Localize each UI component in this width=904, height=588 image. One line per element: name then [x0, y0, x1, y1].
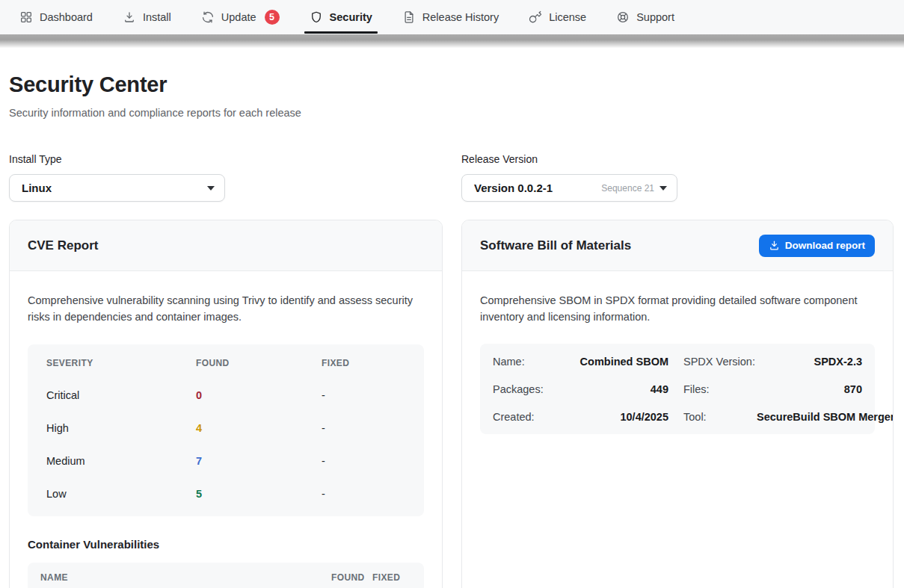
nav-item-support[interactable]: Support — [601, 0, 689, 34]
install-type-select[interactable]: Linux — [9, 174, 225, 202]
release-version-value: Version 0.0.2-1 — [474, 182, 601, 194]
nav-item-dashboard[interactable]: Dashboard — [4, 0, 108, 34]
sbom-spdx-version-label: SPDX Version: — [668, 356, 757, 368]
main-content: Security Center Security information and… — [0, 48, 904, 588]
nav-label: Install — [143, 11, 171, 23]
sbom-details-table: Name: Combined SBOM SPDX Version: SPDX-2… — [480, 344, 875, 434]
cve-report-card: CVE Report Comprehensive vulnerability s… — [9, 220, 443, 588]
nav-item-update[interactable]: Update 5 — [186, 0, 295, 34]
download-button-label: Download report — [785, 240, 865, 251]
install-type-value: Linux — [22, 182, 207, 194]
severity-name: Medium — [46, 455, 196, 467]
install-type-filter: Install Type Linux — [9, 153, 443, 202]
severity-row-critical: Critical 0 - — [28, 379, 424, 412]
security-shield-icon — [310, 10, 323, 24]
sbom-tool-value: SecureBuild SBOM Merger — [757, 411, 894, 423]
nav-item-license[interactable]: License — [514, 0, 601, 34]
sbom-row: Created: 10/4/2025 Tool: SecureBuild SBO… — [480, 403, 875, 430]
col-name: NAME — [40, 572, 331, 583]
nav-item-security[interactable]: Security — [295, 0, 387, 34]
nav-label: Support — [636, 11, 674, 23]
severity-fixed-count: - — [322, 389, 405, 401]
severity-found-count: 7 — [196, 455, 322, 467]
chevron-down-icon — [659, 186, 667, 191]
report-cards: CVE Report Comprehensive vulnerability s… — [9, 220, 894, 588]
sbom-created-value: 10/4/2025 — [562, 411, 668, 423]
severity-name: Low — [46, 488, 196, 500]
dashboard-icon — [19, 10, 33, 24]
cve-card-title: CVE Report — [28, 238, 98, 253]
license-key-icon — [529, 10, 542, 24]
release-sequence-label: Sequence 21 — [601, 183, 654, 194]
nav-label: Security — [330, 11, 372, 23]
severity-fixed-count: - — [322, 488, 405, 500]
col-severity: SEVERITY — [46, 358, 196, 368]
update-icon — [201, 10, 215, 24]
filters-row: Install Type Linux Release Version Versi… — [9, 153, 894, 202]
download-icon — [769, 240, 780, 251]
release-history-icon — [402, 10, 416, 24]
release-version-select[interactable]: Version 0.0.2-1 Sequence 21 — [461, 174, 677, 202]
sbom-spdx-version-value: SPDX-2.3 — [757, 356, 862, 368]
severity-found-count: 0 — [196, 389, 322, 401]
severity-row-high: High 4 - — [28, 412, 424, 445]
severity-found-count: 5 — [196, 488, 322, 500]
col-found: FOUND — [196, 358, 322, 368]
sbom-packages-label: Packages: — [493, 383, 562, 395]
container-vulnerabilities-table-header: NAME FOUND FIXED — [28, 563, 424, 588]
sbom-created-label: Created: — [493, 411, 562, 423]
severity-name: High — [46, 422, 196, 434]
sbom-card-header: Software Bill of Materials Download repo… — [462, 220, 893, 271]
support-lifebuoy-icon — [616, 10, 630, 24]
page-subtitle: Security information and compliance repo… — [9, 107, 894, 119]
sbom-tool-label: Tool: — [668, 411, 757, 423]
cve-description: Comprehensive vulnerability scanning usi… — [28, 293, 420, 325]
security-center-page: Dashboard Install Update 5 Security — [0, 0, 904, 588]
severity-row-medium: Medium 7 - — [28, 445, 424, 477]
nav-item-install[interactable]: Install — [108, 0, 186, 34]
sbom-card-title: Software Bill of Materials — [480, 238, 631, 253]
install-icon — [123, 10, 136, 24]
top-navigation: Dashboard Install Update 5 Security — [0, 0, 904, 34]
cve-card-body: Comprehensive vulnerability scanning usi… — [10, 271, 442, 588]
nav-label: Dashboard — [40, 11, 93, 23]
col-fixed: FIXED — [322, 358, 405, 368]
release-version-filter: Release Version Version 0.0.2-1 Sequence… — [461, 153, 894, 202]
sbom-name-value: Combined SBOM — [562, 356, 668, 368]
update-count-badge: 5 — [265, 10, 280, 25]
nav-label: License — [549, 11, 586, 23]
nav-item-release-history[interactable]: Release History — [387, 0, 514, 34]
col-fixed: FIXED — [372, 572, 411, 583]
header-shadow-strip — [0, 34, 904, 48]
severity-table-header: SEVERITY FOUND FIXED — [28, 347, 424, 379]
sbom-name-label: Name: — [493, 356, 562, 368]
nav-label: Release History — [422, 11, 499, 23]
page-title: Security Center — [9, 72, 894, 97]
severity-fixed-count: - — [322, 455, 405, 467]
sbom-description: Comprehensive SBOM in SPDX format provid… — [480, 293, 873, 325]
cve-card-header: CVE Report — [10, 220, 442, 271]
sbom-files-value: 870 — [757, 383, 862, 395]
sbom-files-label: Files: — [668, 383, 757, 395]
sbom-packages-value: 449 — [562, 383, 668, 395]
severity-fixed-count: - — [322, 422, 405, 434]
severity-found-count: 4 — [196, 422, 322, 434]
release-version-label: Release Version — [461, 153, 894, 165]
sbom-card: Software Bill of Materials Download repo… — [461, 220, 894, 588]
container-vulnerabilities-title: Container Vulnerabilities — [28, 538, 424, 551]
download-report-button[interactable]: Download report — [759, 235, 875, 257]
severity-row-low: Low 5 - — [28, 477, 424, 510]
sbom-card-body: Comprehensive SBOM in SPDX format provid… — [462, 271, 893, 434]
col-found: FOUND — [331, 572, 363, 583]
nav-label: Update — [221, 11, 256, 23]
severity-name: Critical — [46, 389, 196, 401]
sbom-row: Name: Combined SBOM SPDX Version: SPDX-2… — [480, 347, 875, 375]
severity-table: SEVERITY FOUND FIXED Critical 0 - High 4 — [28, 344, 424, 516]
sbom-row: Packages: 449 Files: 870 — [480, 375, 875, 403]
chevron-down-icon — [207, 186, 215, 191]
install-type-label: Install Type — [9, 153, 443, 165]
